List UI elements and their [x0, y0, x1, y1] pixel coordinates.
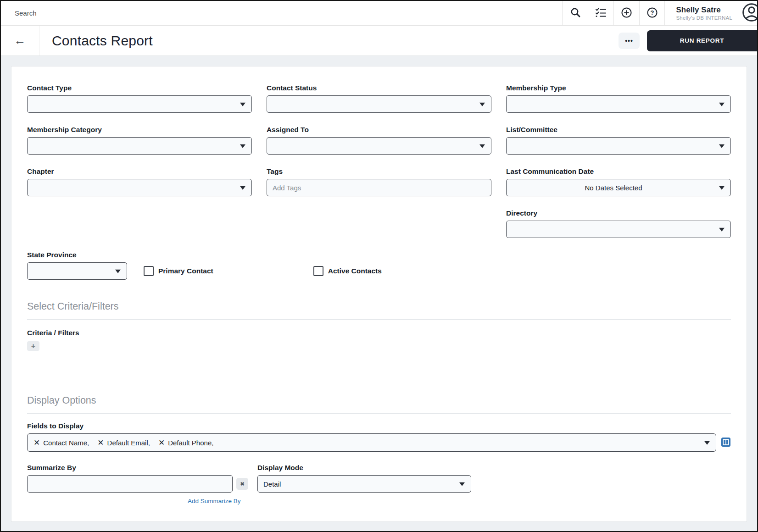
- plus-icon: +: [31, 342, 35, 350]
- contact-status-select[interactable]: [267, 95, 491, 113]
- chip-label: Default Email,: [107, 439, 150, 447]
- caret-down-icon: [719, 186, 725, 190]
- svg-text:?: ?: [651, 9, 654, 16]
- header-actions: ••• RUN REPORT: [619, 30, 757, 51]
- summarize-display-row: Summarize By ✖ Add Summarize By Display …: [27, 464, 731, 505]
- user-avatar-icon: [741, 2, 758, 24]
- caret-down-icon: [479, 103, 485, 106]
- directory-select[interactable]: [506, 221, 731, 238]
- directory-label: Directory: [506, 209, 731, 217]
- columns-icon: [721, 437, 731, 449]
- plus-circle-icon: [621, 7, 632, 20]
- chip-label: Default Phone,: [168, 439, 213, 447]
- search-button[interactable]: [562, 1, 588, 25]
- page-header: ← Contacts Report ••• RUN REPORT: [1, 26, 757, 56]
- primary-contact-checkbox[interactable]: [144, 266, 154, 276]
- display-mode-value: Detail: [263, 480, 281, 488]
- add-button[interactable]: [613, 1, 639, 25]
- clear-icon: ✖: [240, 481, 244, 487]
- search-icon: [570, 7, 581, 19]
- caret-down-icon: [719, 103, 725, 106]
- chapter-label: Chapter: [27, 167, 252, 176]
- run-report-button[interactable]: RUN REPORT: [647, 30, 757, 51]
- list-committee-select[interactable]: [506, 137, 731, 155]
- user-menu[interactable]: Shelly Satre Shelly's DB INTERNAL: [665, 1, 741, 25]
- criteria-filters-label: Criteria / Filters: [27, 329, 731, 337]
- membership-category-label: Membership Category: [27, 126, 252, 134]
- display-mode-field: Display Mode Detail: [257, 464, 471, 505]
- user-org: Shelly's DB INTERNAL: [676, 15, 732, 21]
- page-title: Contacts Report: [52, 33, 153, 49]
- caret-down-icon: [240, 144, 245, 148]
- chapter-field: Chapter: [27, 167, 252, 196]
- section-divider: [27, 413, 731, 414]
- ellipsis-icon: •••: [625, 37, 633, 44]
- help-button[interactable]: ?: [639, 1, 665, 25]
- add-criteria-button[interactable]: +: [27, 341, 39, 351]
- active-contacts-label: Active Contacts: [328, 267, 382, 275]
- summarize-by-label: Summarize By: [27, 464, 248, 472]
- field-chip: ✕ Contact Name,: [33, 439, 89, 447]
- membership-type-field: Membership Type: [506, 84, 731, 113]
- caret-down-icon: [719, 144, 725, 148]
- report-settings-card: Contact Type Contact Status Membership T…: [11, 66, 747, 522]
- arrow-left-icon: ←: [14, 33, 26, 48]
- spacer: [27, 209, 252, 238]
- tasks-button[interactable]: [588, 1, 613, 25]
- caret-down-icon: [459, 482, 465, 486]
- filter-grid: Contact Type Contact Status Membership T…: [27, 84, 731, 251]
- primary-contact-option: Primary Contact: [144, 262, 213, 280]
- last-communication-date-value: No Dates Selected: [512, 184, 715, 192]
- caret-down-icon: [479, 144, 485, 148]
- spacer: [267, 209, 491, 238]
- display-options-heading: Display Options: [27, 395, 731, 406]
- display-options-section: Display Options Fields to Display ✕ Cont…: [27, 395, 731, 505]
- section-divider: [27, 319, 731, 320]
- add-summarize-by-link[interactable]: Add Summarize By: [188, 498, 241, 504]
- back-button[interactable]: ←: [1, 26, 39, 55]
- assigned-to-select[interactable]: [267, 137, 491, 155]
- assigned-to-field: Assigned To: [267, 126, 491, 155]
- clear-summarize-button[interactable]: ✖: [236, 478, 248, 490]
- primary-contact-label: Primary Contact: [158, 267, 213, 275]
- remove-chip-icon[interactable]: ✕: [158, 439, 165, 447]
- tags-input[interactable]: [267, 179, 491, 196]
- summarize-by-input[interactable]: [27, 475, 233, 493]
- state-checkbox-row: State Province Primary Contact Active Co…: [27, 251, 731, 280]
- contact-type-select[interactable]: [27, 95, 252, 113]
- last-communication-date-select[interactable]: No Dates Selected: [506, 179, 731, 196]
- fields-to-display-select[interactable]: ✕ Contact Name, ✕ Default Email, ✕ Defau…: [27, 433, 716, 452]
- display-mode-label: Display Mode: [257, 464, 471, 472]
- active-contacts-checkbox[interactable]: [313, 266, 323, 276]
- chapter-select[interactable]: [27, 179, 252, 196]
- criteria-section: Select Criteria/Filters Criteria / Filte…: [27, 301, 731, 351]
- search-input[interactable]: [1, 1, 562, 25]
- profile-button[interactable]: [741, 1, 758, 25]
- user-name: Shelly Satre: [676, 6, 732, 15]
- choose-columns-button[interactable]: [721, 437, 731, 449]
- caret-down-icon: [240, 103, 245, 106]
- state-province-select[interactable]: [27, 262, 127, 280]
- contact-type-field: Contact Type: [27, 84, 252, 113]
- membership-category-field: Membership Category: [27, 126, 252, 155]
- directory-field: Directory: [506, 209, 731, 238]
- remove-chip-icon[interactable]: ✕: [33, 439, 40, 447]
- more-options-button[interactable]: •••: [619, 33, 640, 49]
- tags-field: Tags: [267, 167, 491, 196]
- fields-to-display-label: Fields to Display: [27, 422, 731, 430]
- membership-type-select[interactable]: [506, 95, 731, 113]
- contact-status-field: Contact Status: [267, 84, 491, 113]
- membership-category-select[interactable]: [27, 137, 252, 155]
- list-committee-field: List/Committee: [506, 126, 731, 155]
- main-content: Contact Type Contact Status Membership T…: [1, 56, 757, 532]
- state-province-label: State Province: [27, 251, 127, 259]
- remove-chip-icon[interactable]: ✕: [97, 439, 104, 447]
- contact-type-label: Contact Type: [27, 84, 252, 92]
- last-communication-date-label: Last Communication Date: [506, 167, 731, 176]
- app-window: ? Shelly Satre Shelly's DB INTERNAL ← Co…: [0, 0, 758, 532]
- caret-down-icon: [704, 441, 710, 445]
- field-chip: ✕ Default Email,: [97, 439, 150, 447]
- list-committee-label: List/Committee: [506, 126, 731, 134]
- display-mode-select[interactable]: Detail: [257, 475, 471, 493]
- caret-down-icon: [719, 228, 725, 232]
